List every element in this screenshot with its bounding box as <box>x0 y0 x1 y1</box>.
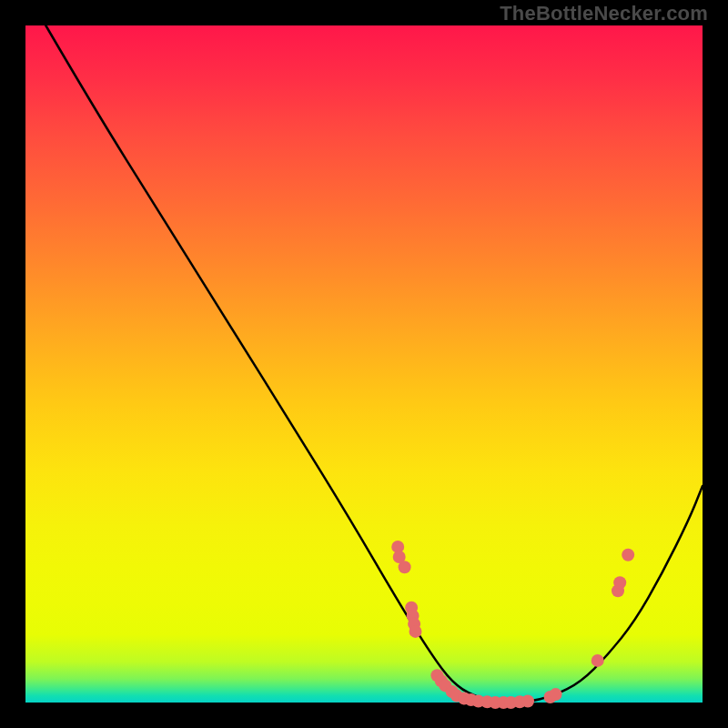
data-markers <box>391 541 634 709</box>
data-marker <box>410 625 422 638</box>
data-marker <box>613 576 626 589</box>
data-marker <box>622 549 634 561</box>
data-marker <box>550 688 562 701</box>
data-marker <box>592 654 604 667</box>
data-marker <box>521 695 534 708</box>
plot-area <box>25 25 703 703</box>
chart-frame: TheBottleNecker.com <box>0 0 728 728</box>
watermark-text: TheBottleNecker.com <box>500 2 708 25</box>
bottleneck-curve <box>46 25 703 703</box>
chart-svg <box>25 25 703 703</box>
data-marker <box>399 561 411 573</box>
